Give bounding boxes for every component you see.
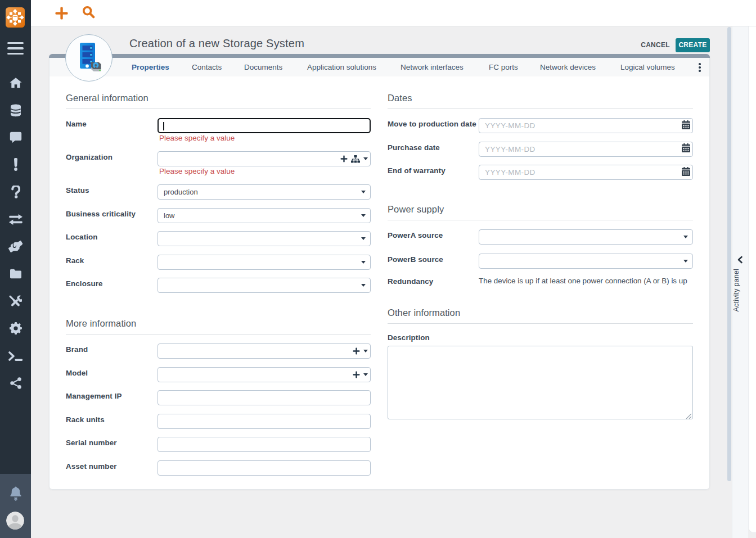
calendar-icon[interactable] bbox=[682, 143, 690, 155]
comment-icon bbox=[10, 132, 22, 143]
tab-fc-ports[interactable]: FC ports bbox=[489, 58, 518, 76]
organization-input[interactable] bbox=[158, 151, 371, 166]
sidebar-item-system-settings[interactable] bbox=[0, 318, 31, 338]
end-of-warranty-control: YYYY-MM-DD bbox=[479, 165, 693, 180]
activity-panel-collapsed[interactable]: Activity panel bbox=[732, 26, 748, 538]
caret-down-icon[interactable] bbox=[363, 373, 368, 376]
model-input[interactable] bbox=[158, 367, 371, 382]
caret-down-icon[interactable] bbox=[683, 236, 688, 238]
powera-source-select[interactable] bbox=[479, 229, 693, 245]
sitemap-icon[interactable] bbox=[351, 155, 360, 163]
sidebar-item-service-management[interactable] bbox=[0, 236, 31, 256]
enclosure-select[interactable] bbox=[158, 278, 371, 293]
chevron-left-icon[interactable] bbox=[736, 256, 744, 264]
tab-bar: PropertiesContactsDocumentsApplication s… bbox=[50, 58, 709, 76]
itop-logo[interactable] bbox=[6, 7, 25, 28]
section-title: Other information bbox=[388, 307, 693, 324]
section-other: Other informationDescription bbox=[388, 307, 693, 419]
calendar-icon[interactable] bbox=[682, 120, 690, 132]
enclosure-label: Enclosure bbox=[66, 278, 158, 293]
caret-down-icon[interactable] bbox=[361, 191, 366, 193]
organization-error-message: Please specify a value bbox=[159, 167, 235, 175]
caret-down-icon[interactable] bbox=[361, 284, 366, 287]
sidebar-item-incident-management[interactable] bbox=[0, 154, 31, 174]
sidebar-item-configuration-management[interactable] bbox=[0, 264, 31, 284]
sidebar-item-admin-tools[interactable] bbox=[0, 291, 31, 311]
page-scrollbar-thumb[interactable] bbox=[727, 27, 731, 481]
end-of-warranty-input[interactable]: YYYY-MM-DD bbox=[479, 165, 693, 180]
calendar-icon[interactable] bbox=[682, 167, 690, 178]
name-label: Name bbox=[66, 118, 158, 133]
gear-icon bbox=[10, 322, 22, 334]
name-error-message: Please specify a value bbox=[159, 134, 235, 142]
caret-down-icon[interactable] bbox=[363, 157, 368, 160]
sidebar-item-home[interactable] bbox=[0, 73, 31, 93]
storage-system-icon bbox=[75, 42, 103, 74]
tab-logical-volumes[interactable]: Logical volumes bbox=[620, 58, 675, 76]
move-to-production-date-input[interactable]: YYYY-MM-DD bbox=[479, 118, 693, 133]
plus-icon[interactable] bbox=[353, 347, 360, 355]
rack-units-input[interactable] bbox=[158, 414, 371, 429]
description-textarea[interactable] bbox=[388, 346, 693, 419]
status-select[interactable]: production bbox=[158, 184, 371, 200]
cancel-button[interactable]: CANCEL bbox=[641, 41, 670, 49]
sidebar-item-change-management[interactable] bbox=[0, 209, 31, 229]
powera-source-label: PowerA source bbox=[388, 229, 479, 245]
rack-select[interactable] bbox=[158, 255, 371, 270]
caret-down-icon[interactable] bbox=[361, 237, 366, 240]
sidebar-item-console[interactable] bbox=[0, 346, 31, 366]
brand-label: Brand bbox=[66, 343, 158, 359]
field-row-brand: Brand bbox=[66, 343, 371, 359]
tab-contacts[interactable]: Contacts bbox=[192, 58, 222, 76]
sidebar-item-helpdesk[interactable] bbox=[0, 127, 31, 147]
global-search-icon[interactable] bbox=[82, 6, 95, 19]
plus-icon[interactable] bbox=[340, 155, 348, 162]
plus-icon[interactable] bbox=[353, 371, 360, 378]
section-title: Power supply bbox=[388, 204, 693, 220]
tab-network-interfaces[interactable]: Network interfaces bbox=[400, 58, 464, 76]
user-avatar[interactable] bbox=[6, 512, 24, 530]
database-icon bbox=[10, 104, 21, 117]
tab-application-solutions[interactable]: Application solutions bbox=[307, 58, 376, 76]
section-more: More informationBrandModelManagement IPR… bbox=[66, 318, 371, 483]
folder-icon bbox=[10, 269, 22, 279]
business-criticality-select[interactable]: low bbox=[158, 208, 371, 223]
tools-icon bbox=[9, 295, 22, 308]
caret-down-icon[interactable] bbox=[363, 350, 368, 352]
caret-down-icon[interactable] bbox=[361, 261, 366, 264]
field-row-rack-units: Rack units bbox=[66, 414, 371, 429]
tab-network-devices[interactable]: Network devices bbox=[540, 58, 596, 76]
tab-properties[interactable]: Properties bbox=[132, 58, 169, 76]
sidebar-item-data-administration[interactable] bbox=[0, 100, 31, 120]
card-top-strip bbox=[49, 54, 710, 58]
sidebar-item-synchronization[interactable] bbox=[0, 373, 31, 393]
menu-toggle-hamburger-icon[interactable] bbox=[7, 42, 24, 55]
brand-input[interactable] bbox=[158, 343, 371, 359]
new-object-plus-icon[interactable] bbox=[55, 7, 68, 20]
tab-documents[interactable]: Documents bbox=[244, 58, 282, 76]
field-row-status: Statusproduction bbox=[66, 184, 371, 200]
section-power: Power supplyPowerA sourcePowerB sourceRe… bbox=[388, 204, 693, 296]
notifications-bell-icon[interactable] bbox=[0, 484, 31, 502]
rack-units-control bbox=[158, 414, 371, 429]
caret-down-icon[interactable] bbox=[361, 214, 366, 217]
purchase-date-control: YYYY-MM-DD bbox=[479, 142, 693, 157]
asset-number-input[interactable] bbox=[158, 460, 371, 476]
object-form-card: PropertiesContactsDocumentsApplication s… bbox=[49, 54, 710, 490]
powerb-source-control bbox=[479, 254, 693, 269]
location-select[interactable] bbox=[158, 231, 371, 246]
share-icon bbox=[10, 377, 21, 389]
sidebar-item-problem-management[interactable] bbox=[0, 182, 31, 202]
powerb-source-select[interactable] bbox=[479, 254, 693, 269]
section-title: Dates bbox=[388, 92, 693, 109]
name-input[interactable] bbox=[158, 118, 371, 133]
organization-control bbox=[158, 151, 371, 166]
more-tabs-kebab-icon[interactable] bbox=[696, 61, 704, 74]
caret-down-icon[interactable] bbox=[683, 260, 688, 263]
serial-number-input[interactable] bbox=[158, 437, 371, 452]
field-row-serial-number: Serial number bbox=[66, 437, 371, 452]
exchange-icon bbox=[9, 214, 22, 225]
management-ip-input[interactable] bbox=[158, 390, 371, 405]
create-button[interactable]: CREATE bbox=[676, 38, 710, 52]
purchase-date-input[interactable]: YYYY-MM-DD bbox=[479, 142, 693, 157]
